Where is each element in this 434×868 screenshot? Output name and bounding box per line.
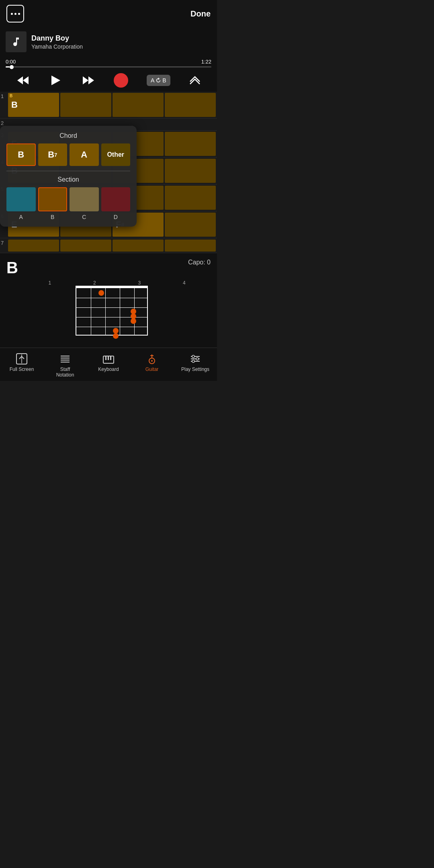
guitar-chord-name: B xyxy=(6,259,18,277)
total-time: 1:22 xyxy=(201,59,211,65)
nav-fullscreen[interactable]: Full Screen xyxy=(0,351,43,379)
chord-cell-7-3[interactable] xyxy=(113,240,164,252)
section-option-c[interactable] xyxy=(70,187,99,211)
finger-dot-1 xyxy=(98,290,104,296)
chord-cell-1-4[interactable] xyxy=(165,93,216,117)
nav-guitar[interactable]: Guitar xyxy=(130,351,174,379)
ab-refresh-icon xyxy=(156,78,161,83)
progress-thumb[interactable] xyxy=(10,65,14,69)
fret-num-4: 4 xyxy=(162,280,207,286)
svg-rect-13 xyxy=(105,356,106,360)
playback-controls: A B xyxy=(0,69,217,92)
priority-button[interactable] xyxy=(188,74,201,88)
nav-staff-notation[interactable]: StaffNotation xyxy=(43,351,87,379)
fast-forward-button[interactable] xyxy=(81,73,96,88)
current-time: 0:00 xyxy=(6,59,16,65)
done-button[interactable]: Done xyxy=(190,9,211,18)
chord-cell-7-4[interactable] xyxy=(165,240,216,252)
guitar-section: B Capo: 0 1 2 3 4 xyxy=(0,253,217,348)
chord-cell-4-4[interactable] xyxy=(165,159,216,183)
chord-cell-6-4[interactable] xyxy=(165,213,216,237)
play-icon xyxy=(48,73,63,88)
nav-fullscreen-label: Full Screen xyxy=(10,366,34,372)
capo-label: Capo: 0 xyxy=(188,259,211,266)
chord-cell-7-2[interactable] xyxy=(60,240,111,252)
section-option-a[interactable] xyxy=(6,187,36,211)
chord-option-other[interactable]: Other xyxy=(101,143,131,166)
fullscreen-icon xyxy=(16,353,28,365)
music-icon xyxy=(10,36,22,47)
chord-option-b[interactable]: B xyxy=(6,143,36,166)
nav-settings-label: Play Settings xyxy=(181,366,209,372)
nav-keyboard[interactable]: Keyboard xyxy=(87,351,130,379)
ab-button[interactable]: A B xyxy=(147,75,170,86)
string-line-3 xyxy=(120,288,120,335)
section-tag-B: B xyxy=(10,94,12,98)
keyboard-icon xyxy=(102,353,115,365)
svg-rect-14 xyxy=(108,356,109,360)
string-line-1 xyxy=(91,288,91,335)
chord-section-popup[interactable]: Chord B B7 A Other Section A B C D xyxy=(0,126,137,227)
guitar-diagram xyxy=(6,287,211,344)
track-info: Danny Boy Yamaha Corporation xyxy=(0,27,217,56)
svg-marker-4 xyxy=(88,76,94,84)
chord-option-b7[interactable]: B7 xyxy=(38,143,68,166)
nav-play-settings[interactable]: Play Settings xyxy=(174,351,217,379)
rewind-icon xyxy=(16,73,30,88)
fret-num-3: 3 xyxy=(117,280,162,286)
svg-marker-2 xyxy=(51,76,60,85)
measure-row-1: 1 B B xyxy=(0,92,217,119)
chord-cell-7-1[interactable] xyxy=(8,240,59,252)
diagram-container xyxy=(64,287,153,344)
rewind-button[interactable] xyxy=(16,73,30,88)
play-button[interactable] xyxy=(48,73,63,88)
progress-fill xyxy=(6,66,10,68)
chord-cell-1-3[interactable] xyxy=(113,93,164,117)
menu-dots-button[interactable] xyxy=(6,5,24,23)
guitar-icon xyxy=(146,353,158,365)
svg-point-17 xyxy=(151,360,153,362)
dot1 xyxy=(11,13,13,15)
section-label-b: B xyxy=(38,214,68,220)
nav-keyboard-label: Keyboard xyxy=(98,366,119,372)
section-option-b[interactable] xyxy=(38,187,68,211)
section-labels-row: A B C D xyxy=(6,214,130,220)
dot3 xyxy=(18,13,20,15)
nav-guitar-label: Guitar xyxy=(145,366,159,372)
svg-marker-5 xyxy=(158,78,160,80)
section-label-d: D xyxy=(101,214,131,220)
fret-line-3 xyxy=(76,317,147,317)
fret-grid xyxy=(76,287,148,336)
chord-cell-1-1[interactable]: B B xyxy=(8,93,59,117)
header: Done xyxy=(0,0,217,27)
section-popup-title: Section xyxy=(6,176,130,183)
chord-options-row: B B7 A Other xyxy=(6,143,130,166)
guitar-top: B Capo: 0 xyxy=(6,259,211,277)
track-artist: Yamaha Corporation xyxy=(31,43,83,50)
chord-option-a[interactable]: A xyxy=(70,143,99,166)
progress-times: 0:00 1:22 xyxy=(6,59,211,65)
measure-row-7: 7 xyxy=(0,238,217,253)
track-title: Danny Boy xyxy=(31,34,83,43)
progress-bar[interactable] xyxy=(6,66,211,68)
progress-area[interactable]: 0:00 1:22 xyxy=(0,56,217,69)
string-line-2 xyxy=(105,288,106,335)
section-label-c: C xyxy=(70,214,99,220)
chord-cell-3-4[interactable] xyxy=(165,132,216,156)
track-text: Danny Boy Yamaha Corporation xyxy=(31,34,83,50)
section-label-a: A xyxy=(6,214,36,220)
fast-forward-icon xyxy=(81,73,96,88)
nav-staff-label: StaffNotation xyxy=(56,366,74,378)
fret-num-2: 2 xyxy=(72,280,117,286)
svg-point-25 xyxy=(192,360,194,362)
section-options-row xyxy=(6,187,130,211)
settings-icon xyxy=(189,353,201,365)
chord-grid-area: Chord B B7 A Other Section A B C D 1 B B xyxy=(0,92,217,253)
record-button[interactable] xyxy=(114,73,128,88)
finger-dot-5 xyxy=(113,328,119,334)
section-option-d[interactable] xyxy=(101,187,131,211)
finger-dot-4 xyxy=(131,318,136,324)
chord-cell-5-4[interactable] xyxy=(165,186,216,210)
svg-marker-0 xyxy=(17,76,23,84)
chord-cell-1-2[interactable] xyxy=(60,93,111,117)
